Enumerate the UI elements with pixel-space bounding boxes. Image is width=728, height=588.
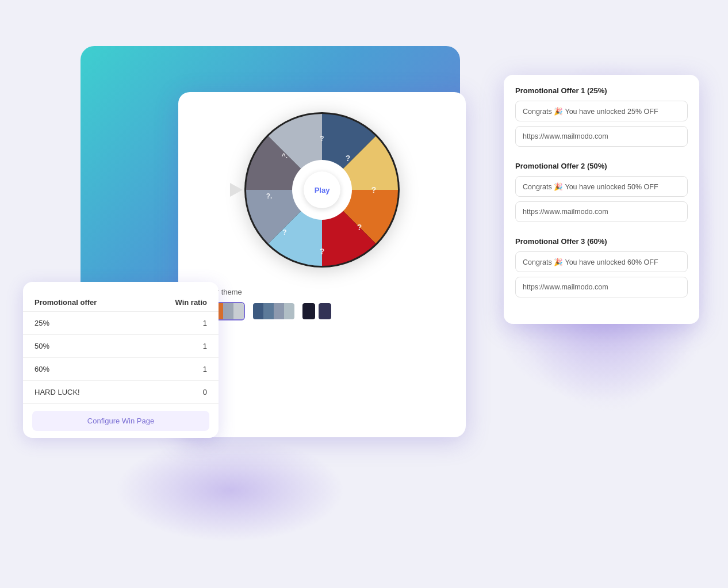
swatch-lightblue (284, 303, 294, 319)
color-theme-label: Color theme (201, 288, 443, 296)
offers-table: Promotional offer Win ratio 25% 1 50% 1 … (23, 293, 219, 404)
swatch-grayblue (274, 303, 284, 319)
promo-offer-1-title: Promotional Offer 1 (25%) (515, 86, 688, 95)
offer-50: 50% (23, 335, 142, 358)
swatch-darkblue (253, 303, 263, 319)
swatch-darkpurple (319, 303, 331, 319)
svg-text:?.: ?. (266, 192, 273, 200)
color-theme-2[interactable] (252, 302, 296, 320)
promo-offer-2: Promotional Offer 2 (50%) (515, 162, 688, 227)
promo-offer-3-title: Promotional Offer 3 (60%) (515, 237, 688, 246)
col-offer-header: Promotional offer (23, 293, 142, 312)
offer-25: 25% (23, 312, 142, 335)
svg-text:?: ? (371, 185, 377, 194)
promo-offer-2-message[interactable] (515, 176, 688, 197)
promo-offers-card: Promotional Offer 1 (25%) Promotional Of… (504, 75, 699, 324)
table-row: 60% 1 (23, 358, 219, 381)
promo-offer-1-message[interactable] (515, 101, 688, 121)
play-button[interactable]: Play (304, 171, 340, 208)
promo-offer-1: Promotional Offer 1 (25%) (515, 86, 688, 151)
promo-offer-2-title: Promotional Offer 2 (50%) (515, 162, 688, 170)
table-row: 50% 1 (23, 335, 219, 358)
glow-bottom-left (115, 438, 345, 542)
swatch-lightgray (233, 303, 244, 319)
promo-offer-3-url[interactable] (515, 277, 688, 297)
wheel-arrow-pointer (230, 183, 243, 197)
ratio-hardluck: 0 (142, 381, 219, 404)
spin-wheel-card: ? ? ? ? ? ?. ^. ? Play Color theme (178, 92, 466, 437)
color-theme-3[interactable] (302, 303, 331, 319)
svg-text:?: ? (320, 247, 325, 256)
table-row: HARD LUCK! 0 (23, 381, 219, 404)
color-theme-section: Color theme (196, 288, 449, 320)
col-ratio-header: Win ratio (142, 293, 219, 312)
svg-text:?: ? (320, 135, 324, 143)
svg-text:^.: ^. (282, 152, 288, 160)
ratio-60: 1 (142, 358, 219, 381)
svg-text:?: ? (357, 223, 362, 232)
wheel-container: ? ? ? ? ? ?. ^. ? Play (242, 109, 403, 270)
svg-text:?: ? (282, 228, 286, 236)
promo-offer-1-url[interactable] (515, 126, 688, 147)
configure-win-page-button[interactable]: Configure Win Page (32, 411, 209, 431)
swatch-verydark (302, 303, 315, 319)
swatch-midblue (263, 303, 274, 319)
color-swatches-row (201, 302, 443, 320)
promo-offer-3-message[interactable] (515, 251, 688, 272)
table-row: 25% 1 (23, 312, 219, 335)
svg-text:?: ? (346, 154, 351, 163)
ratio-25: 1 (142, 312, 219, 335)
swatch-gray1 (223, 303, 233, 319)
promo-offer-2-url[interactable] (515, 201, 688, 222)
promo-offer-3: Promotional Offer 3 (60%) (515, 237, 688, 302)
offer-60: 60% (23, 358, 142, 381)
offer-hardluck: HARD LUCK! (23, 381, 142, 404)
table-card: Promotional offer Win ratio 25% 1 50% 1 … (23, 282, 219, 438)
ratio-50: 1 (142, 335, 219, 358)
